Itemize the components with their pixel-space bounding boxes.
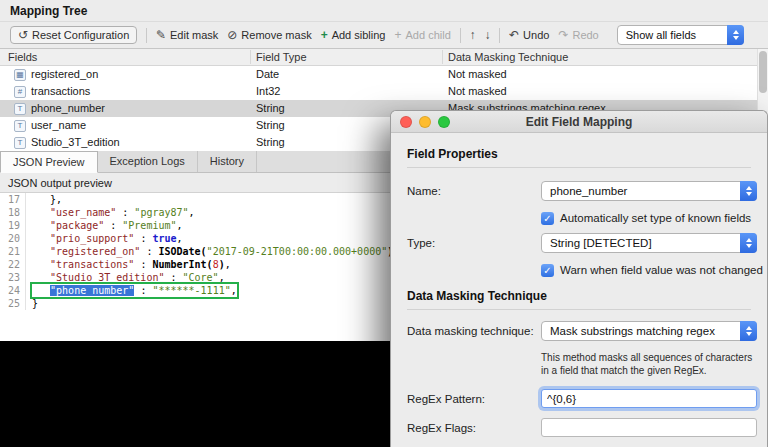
close-button[interactable] [400,116,412,128]
name-combobox[interactable]: phone_number [541,181,757,201]
toolbar: ↺ Reset Configuration ✎ Edit mask ⊘ Remo… [0,22,768,49]
tab-exception-logs[interactable]: Exception Logs [98,151,198,172]
redo-button[interactable]: ↷ Redo [558,29,598,41]
code-token: } [32,298,38,309]
chevron-down-icon [733,36,739,40]
pencil-icon: ✎ [156,29,166,41]
int32-type-icon: # [14,86,26,98]
regex-flags-input[interactable] [541,418,757,437]
column-header-masking-technique: Data Masking Technique [448,49,568,65]
reset-configuration-button[interactable]: ↺ Reset Configuration [10,26,137,44]
code-token: NumberInt( [152,259,212,270]
remove-mask-icon: ⊘ [227,29,237,41]
code-token: "phone_number" [50,285,134,296]
code-token: : [116,207,134,218]
code-token: : [140,246,158,257]
code-token [32,246,50,257]
field-type: String [256,100,285,117]
field-name: Studio_3T_edition [31,134,120,151]
chevron-down-icon [746,332,752,336]
undo-button[interactable]: ↶ Undo [509,29,549,41]
combo-stepper[interactable] [727,25,744,45]
code-content: "transactions" : NumberInt(8), [32,258,231,271]
code-token: "Studio_3T edition" [50,272,164,283]
line-number: 22 [0,258,26,271]
line-number: 17 [0,193,26,206]
technique-dropdown[interactable]: Mask substrings matching regex [541,321,757,341]
code-token: ISODate( [158,246,206,257]
combo-stepper[interactable] [740,233,757,253]
reset-configuration-label: Reset Configuration [32,29,129,41]
edit-mask-button[interactable]: ✎ Edit mask [156,29,218,41]
field-name: phone_number [31,100,105,117]
code-token: : [134,285,152,296]
checkbox-checked-icon: ✓ [541,264,554,277]
minimize-button[interactable] [419,116,431,128]
code-token: "registered_on" [50,246,140,257]
field-name: registered_on [31,66,98,83]
masking-technique: Not masked [448,83,507,100]
move-up-button[interactable]: ↑ [469,29,475,41]
remove-mask-button[interactable]: ⊘ Remove mask [227,29,311,41]
code-token: : [104,220,122,231]
technique-label: Data masking technique: [407,321,534,341]
toolbar-separator [499,28,500,43]
warn-checkbox[interactable]: ✓ Warn when field value was not changed [541,263,763,277]
chevron-up-icon [746,186,752,190]
code-token [32,233,50,244]
undo-icon: ↶ [509,29,519,41]
section-divider [407,309,751,310]
reset-icon: ↺ [18,29,28,41]
redo-icon: ↷ [558,29,568,41]
remove-mask-label: Remove mask [241,29,311,41]
undo-label: Undo [523,29,549,41]
combo-stepper[interactable] [740,181,757,201]
scrollbar-thumb[interactable] [759,51,767,93]
technique-help-line-2: in a field that match the given RegEx. [541,364,765,377]
code-token [32,259,50,270]
move-down-button[interactable]: ↓ [484,29,490,41]
code-content: "Studio_3T edition" : "Core", [32,271,225,284]
technique-help-line-1: This method masks all sequences of chara… [541,351,765,364]
chevron-down-icon [746,192,752,196]
code-token [32,207,50,218]
code-token: , [189,207,195,218]
code-token: "Premium" [122,220,176,231]
add-child-button[interactable]: + Add child [394,29,450,41]
line-number: 23 [0,271,26,284]
line-number: 18 [0,206,26,219]
code-token: true [152,233,176,244]
code-token: "package" [50,220,104,231]
zoom-button[interactable] [438,116,450,128]
code-token: "******-1111" [152,285,230,296]
dialog-title: Edit Field Mapping [526,115,633,129]
string-type-icon: T [14,120,26,132]
regex-pattern-input[interactable] [541,389,757,408]
regex-pattern-label: RegEx Pattern: [407,389,485,409]
field-type: Int32 [256,83,280,100]
code-content: "user_name" : "pgray87", [32,206,195,219]
combo-stepper[interactable] [740,321,757,341]
dialog-titlebar[interactable]: Edit Field Mapping [391,111,767,133]
add-sibling-label: Add sibling [332,29,386,41]
dialog-body: Field Properties Name: phone_number ✓ Au… [391,133,767,447]
field-name: user_name [31,117,86,134]
code-token: "user_name" [50,207,116,218]
field-cell: # transactions [14,83,90,100]
tab-json-preview[interactable]: JSON Preview [0,151,98,173]
tab-history[interactable]: History [198,151,257,172]
line-number: 21 [0,245,26,258]
code-token: "pgray87" [134,207,188,218]
auto-type-checkbox[interactable]: ✓ Automatically set type of known fields [541,211,751,225]
fields-filter-dropdown[interactable]: Show all fields [617,25,744,45]
add-sibling-button[interactable]: + Add sibling [321,29,386,41]
plus-icon: + [394,29,401,41]
name-label: Name: [407,181,441,201]
redo-label: Redo [572,29,598,41]
table-header: Fields Field Type Data Masking Technique [0,49,768,66]
type-dropdown[interactable]: String [DETECTED] [541,233,757,253]
field-name: transactions [31,83,90,100]
code-content: "prio_support" : true, [32,232,183,245]
table-row-transactions[interactable]: # transactions Int32 Not masked [0,83,768,100]
table-row-registered-on[interactable]: ▦ registered_on Date Not masked [0,66,768,83]
